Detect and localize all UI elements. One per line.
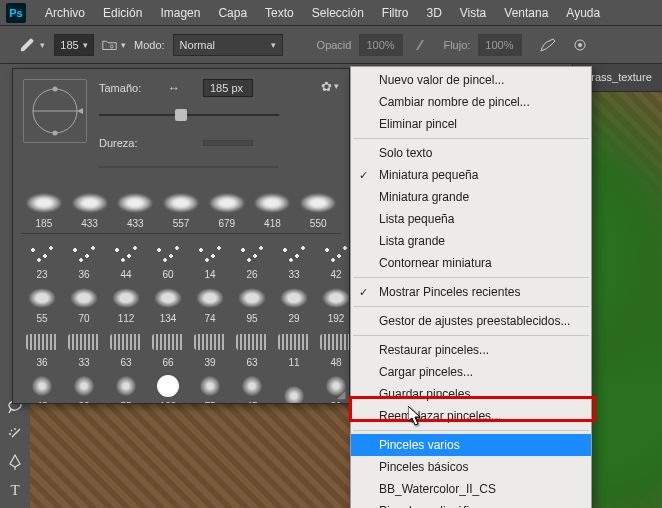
menu-item[interactable]: Lista grande — [351, 230, 591, 252]
menu-item-selección[interactable]: Selección — [303, 6, 373, 20]
airbrush-icon[interactable] — [536, 33, 560, 57]
brush-thumb[interactable]: 29 — [273, 282, 315, 326]
menu-item-edición[interactable]: Edición — [94, 6, 151, 20]
brush-thumb[interactable]: 36 — [63, 238, 105, 282]
menu-item[interactable]: Restaurar pinceles... — [351, 339, 591, 361]
brush-thumb[interactable]: 134 — [147, 282, 189, 326]
menu-item[interactable]: Miniatura grande — [351, 186, 591, 208]
brush-thumb[interactable]: 75 — [189, 370, 231, 403]
brush-tool-icon[interactable]: ▾ — [16, 34, 46, 56]
pressure-opacity-icon[interactable] — [411, 33, 435, 57]
brush-thumb[interactable]: 39 — [189, 326, 231, 370]
menu-item[interactable]: Pinceles caligráficos — [351, 500, 591, 508]
menu-item[interactable]: Solo texto — [351, 142, 591, 164]
menu-item[interactable]: Pinceles varios — [351, 434, 591, 456]
brush-thumb[interactable]: 44 — [105, 238, 147, 282]
flow-field[interactable]: 100% — [478, 34, 522, 56]
size-input[interactable]: 185 px — [203, 79, 253, 97]
hardness-label: Dureza: — [99, 137, 155, 149]
brush-thumb[interactable]: 112 — [105, 282, 147, 326]
brush-thumb[interactable]: 63 — [231, 326, 273, 370]
size-slider[interactable] — [99, 107, 279, 123]
brush-angle-preview[interactable] — [23, 79, 87, 143]
brush-thumb[interactable]: 70 — [63, 282, 105, 326]
brush-thumb[interactable]: 14 — [189, 238, 231, 282]
menu-item[interactable]: Gestor de ajustes preestablecidos... — [351, 310, 591, 332]
brush-thumb[interactable]: 433 — [67, 187, 113, 231]
brush-thumb[interactable]: 433 — [112, 187, 158, 231]
brush-thumb[interactable]: 32 — [63, 370, 105, 403]
menu-item[interactable]: BB_Watercolor_II_CS — [351, 478, 591, 500]
menu-item-imagen[interactable]: Imagen — [151, 6, 209, 20]
magic-wand-tool-icon[interactable] — [3, 422, 27, 446]
brush-thumb[interactable]: 60 — [147, 238, 189, 282]
brush-thumb[interactable]: 48 — [21, 370, 63, 403]
menu-item[interactable]: Contornear miniatura — [351, 252, 591, 274]
brush-thumb-label: 433 — [127, 219, 144, 229]
menu-item-capa[interactable]: Capa — [209, 6, 256, 20]
menu-item-label: Eliminar pincel — [379, 117, 457, 131]
brush-thumb[interactable]: 550 — [295, 187, 341, 231]
brush-thumb[interactable]: 63 — [105, 326, 147, 370]
menu-item-vista[interactable]: Vista — [451, 6, 495, 20]
panel-resize-grip-icon[interactable]: ◢ — [337, 388, 345, 401]
hardness-input[interactable] — [203, 140, 253, 146]
brush-thumb[interactable]: 55 — [21, 282, 63, 326]
brush-thumb-label: 55 — [120, 402, 131, 403]
menu-item[interactable]: Lista pequeña — [351, 208, 591, 230]
menu-item[interactable]: ✓Mostrar Pinceles recientes — [351, 281, 591, 303]
menu-item[interactable]: Eliminar pincel — [351, 113, 591, 135]
brush-thumb[interactable]: 557 — [158, 187, 204, 231]
brush-thumb-label: 23 — [36, 270, 47, 280]
brush-thumb[interactable]: 42 — [315, 238, 349, 282]
menu-item[interactable]: Guardar pinceles... — [351, 383, 591, 405]
menu-item[interactable]: Cargar pinceles... — [351, 361, 591, 383]
opacity-field[interactable]: 100% — [359, 34, 403, 56]
brush-thumb[interactable]: 679 — [204, 187, 250, 231]
brush-size-preset[interactable]: 185 ▾ — [54, 34, 94, 56]
brush-thumb[interactable]: 11 — [273, 326, 315, 370]
menu-item[interactable]: Pinceles básicos — [351, 456, 591, 478]
brush-thumb-label: 29 — [288, 314, 299, 324]
menu-item[interactable]: Cambiar nombre de pincel... — [351, 91, 591, 113]
menu-item[interactable]: Nuevo valor de pincel... — [351, 69, 591, 91]
brush-thumb[interactable]: 55 — [105, 370, 147, 403]
menu-item[interactable]: Reemplazar pinceles... — [351, 405, 591, 427]
check-icon: ✓ — [359, 167, 368, 183]
brush-preset-folder-button[interactable]: ▾ — [102, 33, 126, 57]
brush-thumb[interactable]: 185 — [21, 187, 67, 231]
menu-item-3d[interactable]: 3D — [417, 6, 450, 20]
brush-thumb[interactable]: 33 — [273, 238, 315, 282]
brush-thumb[interactable]: 33 — [63, 326, 105, 370]
brush-thumb-label: 44 — [120, 270, 131, 280]
hardness-slider[interactable] — [99, 159, 279, 175]
brush-thumb[interactable]: 192 — [315, 282, 349, 326]
flip-reset-icon[interactable]: ↔ — [165, 79, 183, 97]
menu-item-archivo[interactable]: Archivo — [36, 6, 94, 20]
menu-item-ventana[interactable]: Ventana — [495, 6, 557, 20]
menu-item-filtro[interactable]: Filtro — [373, 6, 418, 20]
brush-thumb[interactable]: 26 — [231, 238, 273, 282]
brush-thumb[interactable]: 48 — [315, 326, 349, 370]
menu-item-texto[interactable]: Texto — [256, 6, 303, 20]
brush-thumb[interactable]: 66 — [147, 326, 189, 370]
brush-thumb[interactable]: 418 — [250, 187, 296, 231]
brush-thumb[interactable]: 36 — [21, 326, 63, 370]
menu-item[interactable]: ✓Miniatura pequeña — [351, 164, 591, 186]
menu-item-label: Cargar pinceles... — [379, 365, 473, 379]
brush-thumb[interactable]: 23 — [21, 238, 63, 282]
blend-mode-select[interactable]: Normal ▾ — [173, 34, 283, 56]
menu-item-label: Gestor de ajustes preestablecidos... — [379, 314, 570, 328]
pen-tool-icon[interactable] — [3, 450, 27, 474]
panel-menu-gear-icon[interactable]: ✿▾ — [319, 77, 341, 95]
brush-thumb-label: 33 — [288, 270, 299, 280]
brush-thumb[interactable] — [273, 370, 315, 403]
brush-thumb-label: 100 — [160, 402, 177, 403]
brush-thumb[interactable]: 74 — [189, 282, 231, 326]
menu-item-ayuda[interactable]: Ayuda — [557, 6, 609, 20]
pressure-size-icon[interactable] — [568, 33, 592, 57]
brush-thumb[interactable]: 95 — [231, 282, 273, 326]
brush-thumb[interactable]: 100 — [147, 370, 189, 403]
type-tool-icon[interactable]: T — [3, 478, 27, 502]
brush-thumb[interactable]: 45 — [231, 370, 273, 403]
